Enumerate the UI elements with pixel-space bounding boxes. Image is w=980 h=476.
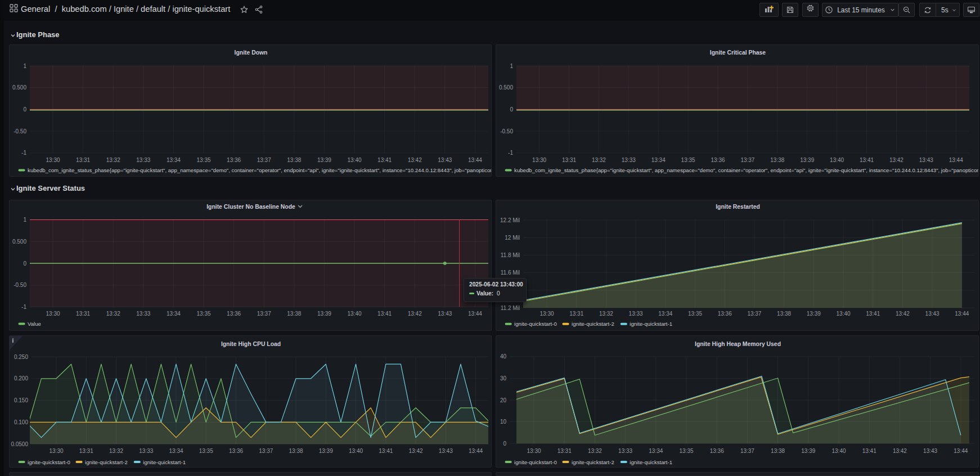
- svg-text:0.100: 0.100: [14, 419, 28, 425]
- svg-text:13:31: 13:31: [76, 157, 90, 163]
- svg-text:13:35: 13:35: [679, 448, 693, 454]
- svg-text:13:42: 13:42: [408, 157, 422, 163]
- svg-text:0: 0: [510, 106, 513, 113]
- svg-text:13:36: 13:36: [227, 157, 241, 163]
- svg-text:i: i: [12, 338, 14, 344]
- svg-text:-0.50: -0.50: [500, 128, 513, 134]
- svg-text:13:32: 13:32: [599, 311, 613, 317]
- svg-text:13:44: 13:44: [468, 311, 482, 317]
- svg-text:13:32: 13:32: [588, 448, 602, 454]
- svg-text:13:44: 13:44: [468, 157, 482, 163]
- svg-text:13:33: 13:33: [136, 311, 150, 317]
- svg-text:13:43: 13:43: [925, 311, 939, 317]
- svg-text:13:40: 13:40: [347, 311, 361, 317]
- svg-text:Ignite Restarted: Ignite Restarted: [716, 204, 760, 210]
- svg-text:1: 1: [510, 63, 513, 69]
- svg-text:13:37: 13:37: [740, 157, 754, 163]
- svg-text:13:30: 13:30: [540, 311, 554, 317]
- svg-text:13:42: 13:42: [408, 448, 422, 454]
- svg-text:-1: -1: [21, 304, 26, 310]
- svg-text:13:42: 13:42: [893, 448, 907, 454]
- svg-text:13:33: 13:33: [622, 157, 636, 163]
- svg-text:13:44: 13:44: [469, 448, 483, 454]
- svg-text:ignite-quickstart-0: ignite-quickstart-0: [514, 459, 557, 465]
- svg-text:30: 30: [500, 375, 507, 381]
- svg-text:0: 0: [23, 261, 26, 267]
- svg-text:ignite-quickstart-0: ignite-quickstart-0: [514, 321, 557, 327]
- svg-text:-1: -1: [508, 150, 513, 156]
- svg-text:13:33: 13:33: [629, 311, 643, 317]
- svg-text:13:40: 13:40: [831, 448, 846, 454]
- svg-text:13:44: 13:44: [949, 157, 963, 163]
- svg-text:13:40: 13:40: [347, 157, 361, 163]
- svg-text:13:37: 13:37: [747, 311, 761, 317]
- svg-text:13:43: 13:43: [438, 157, 452, 163]
- svg-text:13:31: 13:31: [562, 157, 576, 163]
- svg-text:ignite-quickstart-1: ignite-quickstart-1: [143, 459, 186, 465]
- svg-text:13:32: 13:32: [592, 157, 606, 163]
- svg-text:13:43: 13:43: [438, 311, 452, 317]
- svg-text:20: 20: [500, 397, 507, 403]
- svg-text:13:33: 13:33: [618, 448, 632, 454]
- svg-text:Ignite High Heap Memory Used: Ignite High Heap Memory Used: [695, 341, 781, 347]
- svg-text:ignite-quickstart-1: ignite-quickstart-1: [630, 459, 672, 465]
- svg-text:11.6 Mil: 11.6 Mil: [501, 270, 520, 276]
- svg-text:13:34: 13:34: [651, 157, 666, 163]
- svg-text:13:32: 13:32: [106, 157, 120, 163]
- svg-text:13:40: 13:40: [830, 157, 844, 163]
- svg-text:-0.50: -0.50: [14, 282, 26, 288]
- svg-text:ignite-quickstart-2: ignite-quickstart-2: [572, 459, 614, 465]
- svg-text:13:39: 13:39: [801, 448, 815, 454]
- svg-text:13:31: 13:31: [558, 448, 572, 454]
- svg-text:13:41: 13:41: [862, 448, 876, 454]
- svg-text:13:34: 13:34: [658, 311, 672, 317]
- svg-text:13:34: 13:34: [167, 311, 181, 317]
- svg-text:ignite-quickstart-2: ignite-quickstart-2: [572, 321, 614, 327]
- svg-text:kubedb_com_ignite_status_phase: kubedb_com_ignite_status_phase{app="igni…: [28, 167, 492, 173]
- svg-text:13:36: 13:36: [718, 311, 732, 317]
- svg-text:kubedb_com_ignite_status_phase: kubedb_com_ignite_status_phase{app="igni…: [514, 167, 979, 173]
- svg-text:13:35: 13:35: [681, 157, 695, 163]
- svg-text:13:30: 13:30: [527, 448, 541, 454]
- svg-text:13:40: 13:40: [836, 311, 850, 317]
- svg-text:13:38: 13:38: [289, 448, 303, 454]
- svg-text:13:37: 13:37: [740, 448, 754, 454]
- svg-text:13:44: 13:44: [954, 448, 968, 454]
- svg-text:0.500: 0.500: [499, 84, 513, 91]
- svg-text:13:30: 13:30: [49, 448, 63, 454]
- svg-text:13:42: 13:42: [408, 311, 422, 317]
- svg-text:13:38: 13:38: [771, 448, 785, 454]
- svg-text:13:39: 13:39: [319, 448, 333, 454]
- svg-text:13:39: 13:39: [800, 157, 814, 163]
- svg-text:13:35: 13:35: [199, 448, 213, 454]
- svg-text:Value: Value: [28, 321, 41, 327]
- svg-text:13:35: 13:35: [196, 157, 210, 163]
- svg-text:1: 1: [23, 63, 26, 69]
- svg-text:13:42: 13:42: [889, 157, 903, 163]
- svg-text:13:43: 13:43: [923, 448, 937, 454]
- svg-text:13:38: 13:38: [770, 157, 784, 163]
- svg-text:13:34: 13:34: [169, 448, 183, 454]
- svg-text:13:39: 13:39: [317, 157, 331, 163]
- svg-text:Ignite Cluster No Baseline Nod: Ignite Cluster No Baseline Node: [206, 204, 295, 210]
- svg-text:13:30: 13:30: [46, 311, 60, 317]
- svg-text:13:37: 13:37: [257, 157, 271, 163]
- svg-text:13:36: 13:36: [229, 448, 243, 454]
- svg-text:-0.50: -0.50: [14, 128, 26, 134]
- svg-text:0.150: 0.150: [14, 397, 28, 403]
- svg-text:ignite-quickstart-0: ignite-quickstart-0: [28, 459, 70, 465]
- svg-text:13:43: 13:43: [439, 448, 453, 454]
- svg-text:13:35: 13:35: [688, 311, 702, 317]
- svg-text:13:44: 13:44: [955, 311, 969, 317]
- svg-text:13:38: 13:38: [777, 311, 791, 317]
- svg-text:13:39: 13:39: [807, 311, 821, 317]
- svg-text:1: 1: [23, 217, 26, 223]
- svg-text:13:33: 13:33: [139, 448, 153, 454]
- svg-text:0.200: 0.200: [14, 375, 28, 381]
- svg-text:40: 40: [500, 353, 507, 360]
- svg-text:13:39: 13:39: [317, 311, 331, 317]
- svg-text:ignite-quickstart-2: ignite-quickstart-2: [85, 459, 128, 465]
- svg-text:0.0500: 0.0500: [11, 441, 28, 447]
- svg-text:13:35: 13:35: [196, 311, 210, 317]
- svg-text:13:37: 13:37: [259, 448, 273, 454]
